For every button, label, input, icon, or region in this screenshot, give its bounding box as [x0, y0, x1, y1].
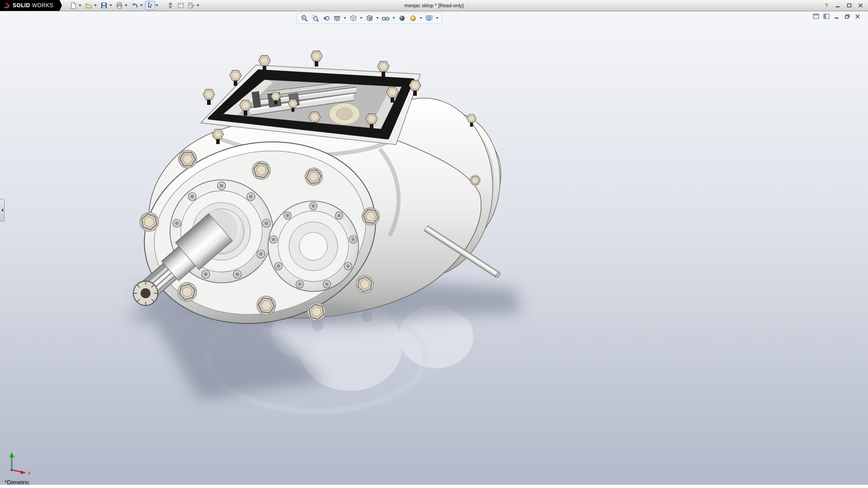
hide-show-items-icon: [382, 14, 390, 22]
flyout-arrow-icon: [1, 208, 3, 212]
triad-z-dot: [10, 469, 13, 471]
zoom-to-fit-button[interactable]: [299, 14, 309, 23]
triad-x-label: x: [28, 470, 31, 474]
help-button[interactable]: ?: [822, 2, 830, 9]
solidworks-window: SOLIDWORKS: [0, 0, 868, 488]
restore-document-button[interactable]: [843, 13, 851, 19]
edit-appearance-icon: [398, 14, 406, 22]
previous-view-button[interactable]: [321, 14, 331, 23]
apply-scene-button[interactable]: [408, 14, 418, 23]
view-orientation-icon: [349, 14, 357, 22]
minimize-document-button[interactable]: [833, 13, 841, 19]
zoom-to-area-icon: [311, 14, 319, 22]
color-status-button[interactable]: [165, 1, 175, 10]
window-controls: ?: [822, 2, 868, 9]
status-strip: [0, 484, 868, 488]
apply-scene-dropdown-arrow[interactable]: [420, 17, 422, 19]
options-dropdown-arrow[interactable]: [197, 5, 199, 6]
select-arrow-icon: [146, 2, 154, 9]
window-title: menjac sklop * [Read-only]: [405, 0, 464, 11]
options-button[interactable]: [186, 1, 196, 10]
minimize-icon: [835, 3, 840, 8]
undo-icon: [131, 2, 138, 9]
section-dropdown-arrow[interactable]: [344, 17, 346, 19]
open-document-button[interactable]: [84, 1, 94, 10]
print-button[interactable]: [114, 1, 124, 10]
logo-notch: [58, 0, 62, 11]
logo-text-light: WORKS: [32, 2, 53, 9]
close-document-icon: [855, 14, 860, 19]
options-icon: [188, 2, 195, 9]
tile-left-icon: [813, 14, 819, 19]
hide-show-items-button[interactable]: [381, 14, 391, 23]
view-settings-icon: [425, 14, 433, 22]
new-document-icon: [70, 2, 77, 9]
save-button[interactable]: [99, 1, 109, 10]
undo-dropdown-arrow[interactable]: [140, 5, 143, 6]
edit-appearance-button[interactable]: [397, 14, 407, 23]
solidworks-logo: SOLIDWORKS: [0, 0, 58, 11]
color-status-icon: [167, 2, 174, 9]
triad-y-arrow: [9, 452, 14, 457]
maximize-button[interactable]: [845, 2, 853, 9]
close-icon: [858, 3, 863, 8]
view-orientation-dropdown-arrow[interactable]: [360, 17, 363, 19]
undo-button[interactable]: [130, 1, 140, 10]
restore-document-icon: [844, 14, 850, 19]
orientation-triad: x: [5, 451, 34, 476]
section-view-icon: [333, 14, 341, 22]
display-style-button[interactable]: [364, 14, 374, 23]
minimize-document-icon: [834, 14, 840, 19]
select-tool-button[interactable]: [145, 1, 155, 10]
titlebar: SOLIDWORKS: [0, 0, 868, 11]
maximize-icon: [847, 3, 852, 8]
print-icon: [116, 2, 123, 9]
section-view-button[interactable]: [332, 14, 342, 23]
save-icon: [100, 2, 108, 9]
view-settings-dropdown-arrow[interactable]: [436, 17, 439, 19]
display-style-dropdown-arrow[interactable]: [376, 17, 379, 19]
triad-x-arrow: [20, 471, 26, 474]
document-window-controls: [812, 13, 862, 19]
select-dropdown-arrow[interactable]: [156, 5, 158, 6]
tile-window-right-button[interactable]: [822, 13, 830, 19]
sheet-properties-button[interactable]: [176, 1, 186, 10]
tile-window-left-button[interactable]: [812, 13, 820, 19]
view-settings-button[interactable]: [424, 14, 434, 23]
new-dropdown-arrow[interactable]: [79, 5, 81, 6]
logo-text-bold: SOLID: [13, 2, 30, 9]
zoom-to-area-button[interactable]: [310, 14, 320, 23]
apply-scene-icon: [409, 14, 417, 22]
view-orientation-button[interactable]: [348, 14, 358, 23]
print-dropdown-arrow[interactable]: [125, 5, 127, 6]
previous-view-icon: [322, 14, 330, 22]
close-button[interactable]: [856, 2, 864, 9]
spline-end-face: [133, 281, 158, 305]
feature-tree-flyout-tab[interactable]: [0, 199, 5, 221]
zoom-to-fit-icon: [301, 14, 308, 22]
minimize-button[interactable]: [834, 2, 842, 9]
close-document-button[interactable]: [854, 13, 862, 19]
open-dropdown-arrow[interactable]: [94, 5, 97, 6]
right-flange: [268, 201, 359, 291]
new-document-button[interactable]: [68, 1, 78, 10]
main-toolbar: [68, 1, 201, 10]
open-document-icon: [85, 2, 92, 9]
hide-show-dropdown-arrow[interactable]: [392, 17, 395, 19]
display-style-icon: [366, 14, 373, 22]
model-canvas[interactable]: [0, 11, 868, 488]
heads-up-view-toolbar: [296, 12, 443, 24]
graphics-area: x *Dimetric: [0, 11, 868, 488]
save-dropdown-arrow[interactable]: [109, 5, 112, 6]
tile-right-icon: [823, 14, 830, 19]
ds-logo-icon: [3, 2, 11, 9]
sheet-properties-icon: [177, 2, 184, 9]
